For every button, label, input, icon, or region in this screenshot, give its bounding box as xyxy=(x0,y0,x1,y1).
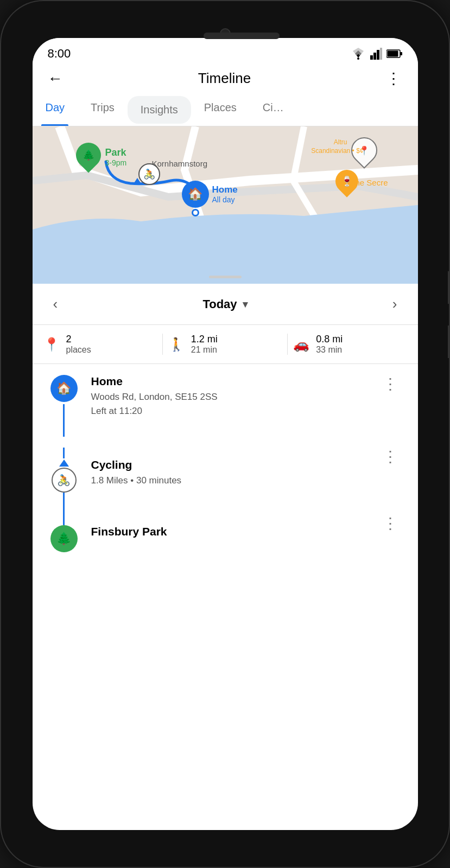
tab-cities[interactable]: Ci… xyxy=(250,94,297,126)
tabs: Day Trips Insights Places Ci… xyxy=(33,94,418,126)
next-day-button[interactable]: › xyxy=(387,293,403,315)
places-count: 2 xyxy=(66,334,91,345)
places-icon: 📍 xyxy=(43,337,60,352)
route-arrow xyxy=(133,178,142,184)
home-address: Woods Rd, London, SE15 2SS xyxy=(91,390,378,404)
park-name: Park xyxy=(105,147,127,158)
timeline-left-home: 🏠 xyxy=(48,375,80,437)
phone-btn-right xyxy=(448,271,450,304)
stats-bar: 📍 2 places 🚶 1.2 mi 21 min 🚗 0.8 mi xyxy=(33,325,418,364)
svg-rect-1 xyxy=(370,55,373,60)
map-area[interactable]: 🌲 Park 3-9pm Kornhamnstorg 🚴 xyxy=(33,126,418,284)
back-button[interactable]: ← xyxy=(48,70,63,87)
cycling-title: Cycling xyxy=(91,458,367,471)
battery-icon xyxy=(386,49,403,59)
tab-places[interactable]: Places xyxy=(191,94,250,126)
walking-icon: 🚶 xyxy=(168,337,185,352)
page-title: Timeline xyxy=(198,70,251,87)
tab-trips[interactable]: Trips xyxy=(78,94,128,126)
cycling-map-icon: 🚴 xyxy=(138,163,160,185)
date-nav: ‹ Today ▾ › xyxy=(33,284,418,325)
current-date: Today xyxy=(202,297,237,311)
finsbury-icon: 🌲 xyxy=(50,525,78,552)
screen: 8:00 xyxy=(33,38,418,830)
home-place-icon: 🏠 xyxy=(50,375,78,402)
park-label: Park 3-9pm xyxy=(105,147,127,167)
walk-distance: 1.2 mi xyxy=(191,334,218,345)
drive-distance: 0.8 mi xyxy=(316,334,343,345)
cycling-more-button[interactable]: ⋮ xyxy=(378,448,403,514)
more-button[interactable]: ⋮ xyxy=(386,69,402,87)
status-bar: 8:00 xyxy=(33,38,418,65)
home-more-button[interactable]: ⋮ xyxy=(378,375,403,437)
stat-driving: 🚗 0.8 mi 33 min xyxy=(293,334,407,355)
home-pin: 🏠 Home All day xyxy=(182,181,238,216)
stat-walking: 🚶 1.2 mi 21 min xyxy=(168,334,282,355)
cycling-transport-icon: 🚴 xyxy=(52,468,77,493)
date-label[interactable]: Today ▾ xyxy=(202,297,247,311)
phone-btn-right2 xyxy=(448,326,450,358)
timeline-list: 🏠 Home Woods Rd, London, SE15 2SS Left a… xyxy=(33,364,418,830)
timeline-item-home: 🏠 Home Woods Rd, London, SE15 2SS Left a… xyxy=(33,364,418,448)
drive-time: 33 min xyxy=(316,345,343,355)
home-label: Home xyxy=(212,184,238,195)
svg-point-0 xyxy=(357,58,359,60)
date-chevron-icon: ▾ xyxy=(243,298,248,310)
park-time: 3-9pm xyxy=(105,158,127,167)
cycling-line-top xyxy=(63,448,65,458)
cycling-left: 🚴 xyxy=(48,448,80,514)
kornhamnstorg-label: Kornhamnstorg xyxy=(152,159,208,168)
driving-icon: 🚗 xyxy=(293,337,309,352)
top-bar: ← Timeline ⋮ xyxy=(33,65,418,94)
scandinavian-label: Scandinavian • $¢ xyxy=(311,147,363,155)
altru-label: Altru xyxy=(334,138,347,146)
prev-day-button[interactable]: ‹ xyxy=(48,293,64,315)
phone-speaker xyxy=(204,33,280,39)
stat-divider-2 xyxy=(287,334,288,355)
park-pin: 🌲 Park 3-9pm xyxy=(76,143,127,171)
cycling-triangle-icon xyxy=(59,459,69,467)
finsbury-left: 🌲 xyxy=(48,514,80,552)
svg-rect-3 xyxy=(377,50,379,60)
walk-time: 21 min xyxy=(191,345,218,355)
phone-frame: 8:00 xyxy=(0,0,450,868)
finsbury-content: Finsbury Park xyxy=(80,514,378,551)
stat-divider-1 xyxy=(162,334,163,355)
timeline-item-cycling: 🚴 Cycling 1.8 Miles • 30 minutes ⋮ xyxy=(33,448,418,514)
signal-icon xyxy=(370,48,382,60)
cycling-content: Cycling 1.8 Miles • 30 minutes xyxy=(80,448,378,514)
home-title: Home xyxy=(91,375,378,388)
home-detail: Left at 11:20 xyxy=(91,404,378,418)
cycling-detail: 1.8 Miles • 30 minutes xyxy=(91,474,367,488)
timeline-line-home xyxy=(63,404,65,437)
status-icons xyxy=(351,48,403,60)
svg-rect-7 xyxy=(387,51,398,57)
timeline-content-home: Home Woods Rd, London, SE15 2SS Left at … xyxy=(80,375,378,437)
finsbury-more-button[interactable]: ⋮ xyxy=(378,514,403,532)
drag-handle[interactable] xyxy=(209,276,242,278)
svg-rect-6 xyxy=(400,52,402,55)
tab-day[interactable]: Day xyxy=(33,94,78,126)
cycling-line-bottom xyxy=(63,493,65,514)
places-label: places xyxy=(66,345,91,355)
map-background: 🌲 Park 3-9pm Kornhamnstorg 🚴 xyxy=(33,126,418,284)
finsbury-line-top xyxy=(63,514,65,525)
secret-label: The Secre xyxy=(350,178,388,187)
status-time: 8:00 xyxy=(48,47,71,61)
timeline-item-finsbury: 🌲 Finsbury Park ⋮ xyxy=(33,514,418,563)
svg-rect-2 xyxy=(373,53,376,60)
stat-places: 📍 2 places xyxy=(43,334,157,355)
finsbury-title: Finsbury Park xyxy=(91,525,367,538)
home-time: All day xyxy=(212,195,238,204)
svg-rect-4 xyxy=(380,48,382,60)
wifi-icon xyxy=(351,48,366,60)
tab-insights[interactable]: Insights xyxy=(128,96,191,124)
